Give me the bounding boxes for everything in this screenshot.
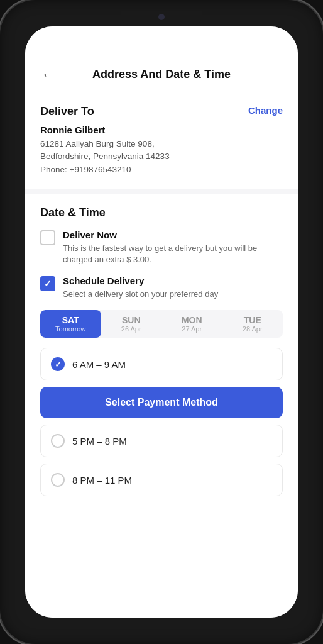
day-tab-sat[interactable]: SAT Tomorrow [40,310,101,338]
front-camera [158,14,165,20]
back-button[interactable]: ← [38,64,58,84]
deliver-now-desc: This is the fastest way to get a deliver… [63,243,283,265]
day-sun-sub: 26 Apr [104,325,160,333]
day-tab-tue[interactable]: TUE 28 Apr [222,310,283,338]
day-mon-name: MON [164,315,220,325]
date-time-title: Date & Time [40,206,283,219]
back-arrow-icon: ← [41,67,54,82]
deliver-to-section: Deliver To Change Ronnie Gilbert 61281 A… [25,92,298,189]
select-payment-button[interactable]: Select Payment Method [40,387,283,418]
time-slot-1-label: 6 AM – 9 AM [72,359,126,370]
recipient-name: Ronnie Gilbert [40,125,283,135]
day-tab-mon[interactable]: MON 27 Apr [162,310,222,338]
deliver-now-row[interactable]: Deliver Now This is the fastest way to g… [40,230,283,265]
screen: ← Address And Date & Time Deliver To Cha… [25,26,298,618]
deliver-now-content: Deliver Now This is the fastest way to g… [63,230,283,265]
change-button[interactable]: Change [248,105,283,116]
time-slot-2-label: 5 PM – 8 PM [72,436,127,447]
time-slot-3-label: 8 PM – 11 PM [72,475,132,486]
address-line2: Bedfordshire, Pennsylvania 14233 [40,150,283,163]
schedule-delivery-checkbox[interactable]: ✓ [40,276,55,291]
deliver-to-title: Deliver To [40,105,94,118]
time-slot-2[interactable]: 5 PM – 8 PM [40,425,283,457]
time-slot-3[interactable]: 8 PM – 11 PM [40,464,283,496]
day-sun-name: SUN [104,315,160,325]
section-divider [25,189,298,194]
day-tabs: SAT Tomorrow SUN 26 Apr MON 27 Apr TUE 2… [40,310,283,338]
address-phone: Phone: +919876543210 [40,164,283,176]
time-slot-1-check: ✓ [51,357,65,371]
checkmark-icon: ✓ [44,279,52,288]
schedule-delivery-content: Schedule Delivery Select a delivery slot… [63,275,218,300]
header: ← Address And Date & Time [25,54,298,92]
page-title: Address And Date & Time [58,68,265,81]
status-bar [25,26,298,54]
address-line1: 61281 Aaliyah Burg Suite 908, [40,138,283,150]
time-slot-2-radio [51,434,65,448]
day-sat-sub: Tomorrow [43,325,99,333]
deliver-now-title: Deliver Now [63,230,283,240]
day-tue-name: TUE [225,315,281,325]
phone-frame: ← Address And Date & Time Deliver To Cha… [0,0,323,644]
schedule-delivery-desc: Select a delivery slot on your preferred… [63,289,218,300]
day-sat-name: SAT [43,315,99,325]
day-tab-sun[interactable]: SUN 26 Apr [101,310,162,338]
deliver-to-header: Deliver To Change [40,105,283,118]
time-slot-3-radio [51,473,65,487]
time-slot-1[interactable]: ✓ 6 AM – 9 AM [40,348,283,380]
deliver-now-checkbox[interactable] [40,230,55,245]
schedule-delivery-title: Schedule Delivery [63,275,218,286]
day-mon-sub: 27 Apr [164,325,220,333]
select-payment-label: Select Payment Method [105,397,218,408]
schedule-delivery-row[interactable]: ✓ Schedule Delivery Select a delivery sl… [40,275,283,300]
day-tue-sub: 28 Apr [225,325,281,333]
date-time-section: Date & Time Deliver Now This is the fast… [25,194,298,516]
check-filled-icon: ✓ [55,360,62,369]
content-area: ← Address And Date & Time Deliver To Cha… [25,54,298,618]
